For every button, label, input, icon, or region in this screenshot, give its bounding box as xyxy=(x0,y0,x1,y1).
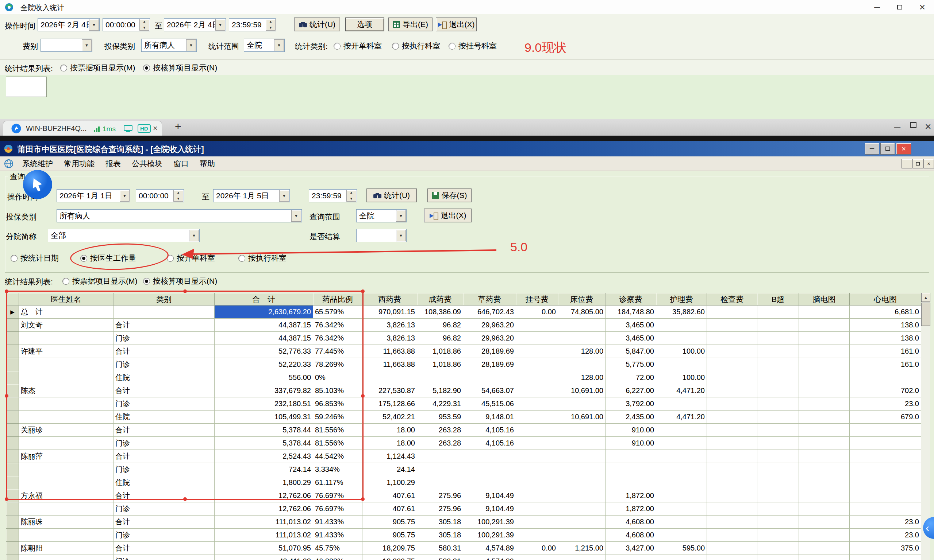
cell[interactable]: 128.00 xyxy=(558,345,605,358)
cell[interactable] xyxy=(707,437,757,450)
cell[interactable] xyxy=(799,424,850,437)
radio-open-dept[interactable]: 按开单科室 xyxy=(333,41,382,51)
cell[interactable]: 10,691.00 xyxy=(558,411,605,424)
cell[interactable]: 合计 xyxy=(114,450,215,463)
cell[interactable] xyxy=(19,332,114,345)
cell[interactable] xyxy=(19,529,114,542)
cell[interactable]: 81.556% xyxy=(313,437,363,450)
cell[interactable] xyxy=(757,542,799,555)
app-close-icon[interactable]: × xyxy=(925,120,931,133)
cell[interactable]: 44,387.15 xyxy=(215,318,313,332)
column-header[interactable]: 诊察费 xyxy=(605,293,656,306)
date-from-picker[interactable]: 2026年 1月 1日 ▼ xyxy=(57,189,130,202)
scrollbar-thumb[interactable] xyxy=(921,303,930,326)
cell[interactable] xyxy=(363,371,417,384)
cell[interactable] xyxy=(463,450,516,463)
cell[interactable]: 陈丽珠 xyxy=(19,515,114,529)
dropdown-arrow-icon[interactable]: ▼ xyxy=(279,190,289,202)
cell[interactable] xyxy=(799,318,850,332)
cell[interactable]: 407.61 xyxy=(363,502,417,515)
cell[interactable]: 合计 xyxy=(114,515,215,529)
column-header[interactable]: 成药费 xyxy=(417,293,463,306)
cell[interactable]: 4,608.00 xyxy=(605,529,656,542)
column-header[interactable]: 检查费 xyxy=(707,293,757,306)
cell[interactable] xyxy=(516,463,558,476)
cell[interactable] xyxy=(707,529,757,542)
cell[interactable] xyxy=(757,437,799,450)
cell[interactable]: 702.0 xyxy=(850,384,921,397)
cell[interactable]: 138.0 xyxy=(850,332,921,345)
cell[interactable]: 0.00 xyxy=(516,542,558,555)
cell[interactable]: 138.0 xyxy=(850,318,921,332)
exit-button[interactable]: 退出(X) xyxy=(424,209,472,222)
cell[interactable]: 5,182.90 xyxy=(417,384,463,397)
cell[interactable]: 81.556% xyxy=(313,424,363,437)
cell[interactable]: 100.00 xyxy=(656,345,707,358)
cell[interactable]: 28,189.69 xyxy=(463,345,516,358)
cell[interactable] xyxy=(707,515,757,529)
insure-select[interactable]: 所有病人 ▼ xyxy=(57,209,302,222)
cell[interactable] xyxy=(707,542,757,555)
cell[interactable]: 6,227.00 xyxy=(605,384,656,397)
cell[interactable]: 100,291.39 xyxy=(463,515,516,529)
menu-item[interactable]: 帮助 xyxy=(194,156,221,171)
cell[interactable]: 54,663.07 xyxy=(463,384,516,397)
cell[interactable] xyxy=(707,345,757,358)
cell[interactable] xyxy=(656,397,707,411)
cell[interactable]: 184,748.80 xyxy=(605,306,656,318)
cell[interactable] xyxy=(707,306,757,318)
radio-doctor-workload[interactable]: 按医生工作量 xyxy=(80,253,136,263)
menu-item[interactable]: 系统维护 xyxy=(17,156,59,171)
cell[interactable]: 门诊 xyxy=(114,358,215,371)
cell[interactable] xyxy=(19,555,114,560)
cell[interactable] xyxy=(850,476,921,489)
cell[interactable] xyxy=(516,437,558,450)
column-header[interactable]: 药品比例 xyxy=(313,293,363,306)
cell[interactable] xyxy=(605,450,656,463)
column-header[interactable]: 西药费 xyxy=(363,293,417,306)
cell[interactable] xyxy=(656,515,707,529)
cell[interactable] xyxy=(516,502,558,515)
cell[interactable] xyxy=(516,384,558,397)
cell[interactable] xyxy=(799,345,850,358)
cell[interactable] xyxy=(516,332,558,345)
cell[interactable] xyxy=(757,411,799,424)
cell[interactable]: 556.00 xyxy=(215,371,313,384)
cell[interactable]: 0% xyxy=(313,371,363,384)
cell[interactable] xyxy=(757,358,799,371)
cell[interactable] xyxy=(707,555,757,560)
radio-exec-dept[interactable]: 按执行科室 xyxy=(238,253,287,263)
cell[interactable]: 关丽珍 xyxy=(19,424,114,437)
cell[interactable]: 161.0 xyxy=(850,358,921,371)
cell[interactable]: 1,800.29 xyxy=(215,476,313,489)
cell[interactable] xyxy=(558,555,605,560)
cell[interactable] xyxy=(757,476,799,489)
cell[interactable]: 76.697% xyxy=(313,502,363,515)
cell[interactable] xyxy=(707,424,757,437)
cell[interactable]: 门诊 xyxy=(114,437,215,450)
cell[interactable] xyxy=(850,437,921,450)
cell[interactable]: 1,018.86 xyxy=(417,358,463,371)
cell[interactable] xyxy=(707,411,757,424)
cell[interactable]: 275.96 xyxy=(417,489,463,502)
cell[interactable]: 51,070.95 xyxy=(215,542,313,555)
cell[interactable] xyxy=(516,358,558,371)
cell[interactable] xyxy=(707,476,757,489)
cell[interactable] xyxy=(656,358,707,371)
cell[interactable]: 76.342% xyxy=(313,318,363,332)
dropdown-arrow-icon[interactable]: ▼ xyxy=(120,190,130,202)
dropdown-arrow-icon[interactable]: ▼ xyxy=(274,39,284,51)
spinner-icons[interactable]: ▲▼ xyxy=(266,19,276,31)
cell[interactable] xyxy=(757,489,799,502)
cell[interactable] xyxy=(656,529,707,542)
cell[interactable] xyxy=(605,555,656,560)
cell[interactable]: 76.697% xyxy=(313,489,363,502)
cell[interactable] xyxy=(516,411,558,424)
cell[interactable]: 门诊 xyxy=(114,502,215,515)
cell[interactable] xyxy=(19,437,114,450)
cell[interactable]: 45,515.06 xyxy=(463,397,516,411)
cell[interactable] xyxy=(799,529,850,542)
cell[interactable]: 总 计 xyxy=(19,306,114,318)
cell[interactable] xyxy=(707,358,757,371)
cell[interactable] xyxy=(707,502,757,515)
